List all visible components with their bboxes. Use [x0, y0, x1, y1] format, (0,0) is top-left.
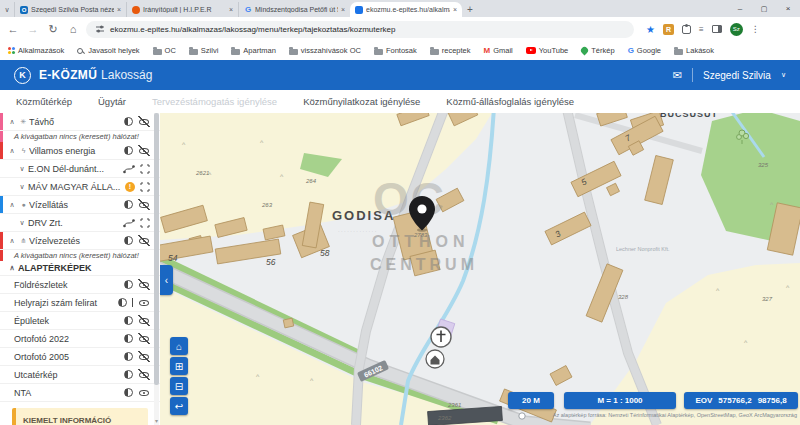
- messages-icon[interactable]: ✉: [673, 69, 682, 82]
- layer-group-tavho[interactable]: ∧ ✳ Távhő: [0, 113, 160, 131]
- bookmark-gmail[interactable]: MGmail: [484, 46, 513, 55]
- browser-tab-hiper[interactable]: Irányítópult | H.I.P.E.R ×: [126, 2, 238, 17]
- browser-tab-ekozmu-active[interactable]: ekozmu.e-epites.hu/alkalmaz... ×: [350, 2, 462, 17]
- bookmark-star-icon[interactable]: ★: [646, 24, 655, 35]
- opacity-icon[interactable]: [118, 298, 127, 307]
- warning-icon[interactable]: !: [125, 182, 135, 192]
- bookmark-folder-apartman[interactable]: Apartman: [231, 46, 276, 55]
- extension-r-icon[interactable]: R: [663, 24, 674, 35]
- opacity-icon[interactable]: [124, 236, 133, 245]
- layer-epuletek[interactable]: Épületek: [0, 312, 160, 330]
- visibility-off-icon[interactable]: [138, 315, 150, 326]
- map-canvas[interactable]: 66102 ^ ^ ^ ^ ^ ^ ^ ^ ^ ^ ^ 2621 264 263…: [160, 113, 800, 425]
- opacity-icon[interactable]: [124, 280, 133, 289]
- layer-foldreszletek[interactable]: Földrészletek: [0, 276, 160, 294]
- layer-helyrajzi[interactable]: Helyrajzi szám felirat: [0, 294, 160, 312]
- tab-allasfoglalas[interactable]: Közmű-állásfoglalás igénylése: [446, 96, 574, 107]
- visibility-off-icon[interactable]: [138, 369, 150, 380]
- chevron-up-icon[interactable]: ∧: [6, 237, 18, 245]
- opacity-icon[interactable]: [124, 334, 133, 343]
- user-menu[interactable]: Szegedi Szilvia: [703, 70, 771, 81]
- layer-ortofoto-2005[interactable]: Ortofotó 2005: [0, 348, 160, 366]
- visibility-off-icon[interactable]: [138, 145, 150, 156]
- chevron-up-icon[interactable]: ∧: [6, 118, 18, 126]
- layer-utcaterkep[interactable]: Utcatérkép: [0, 366, 160, 384]
- reload-button[interactable]: ↻: [46, 23, 60, 36]
- bookmark-folder-oc[interactable]: OC: [153, 46, 176, 55]
- scroll-down-icon[interactable]: ▾: [155, 417, 158, 424]
- visibility-off-icon[interactable]: [138, 279, 150, 290]
- bookmark-suggested[interactable]: Javasolt helyek: [77, 46, 139, 55]
- network-flow-icon[interactable]: [123, 164, 135, 174]
- tab-kozmunyilatkozat[interactable]: Közműnyilatkozat igénylése: [303, 96, 420, 107]
- close-tab-icon[interactable]: ×: [229, 6, 233, 13]
- browser-tab-outlook[interactable]: O Szegedi Szilvia Posta nézete - ×: [14, 2, 126, 17]
- opacity-icon[interactable]: [124, 200, 133, 209]
- forward-button[interactable]: →: [26, 23, 40, 35]
- tab-search-icon[interactable]: ∨: [0, 6, 14, 17]
- visibility-off-icon[interactable]: [138, 351, 150, 362]
- zoom-extent-icon[interactable]: [140, 182, 150, 192]
- chevron-up-icon[interactable]: ∧: [6, 201, 18, 209]
- chevron-down-icon[interactable]: ∨: [16, 165, 28, 173]
- visibility-off-icon[interactable]: [138, 116, 150, 127]
- network-flow-icon[interactable]: [123, 218, 135, 228]
- browser-menu-icon[interactable]: ⋮: [751, 24, 760, 34]
- site-info-icon[interactable]: [95, 24, 105, 34]
- bookmark-maps[interactable]: Térkép: [581, 46, 614, 55]
- visibility-on-icon[interactable]: [138, 387, 150, 398]
- sidebar-collapse-handle[interactable]: ‹: [160, 265, 173, 295]
- home-button[interactable]: ⌂: [66, 23, 80, 35]
- minimize-button[interactable]: –: [728, 4, 752, 13]
- layer-mav[interactable]: ∨ MÁV MAGYAR ÁLLA... !: [0, 178, 160, 196]
- bookmark-folder-lakasok[interactable]: Lakások: [674, 46, 714, 55]
- previous-view-button[interactable]: ↩: [170, 397, 188, 415]
- back-button[interactable]: ←: [6, 23, 20, 35]
- opacity-icon[interactable]: [124, 388, 133, 397]
- chevron-down-icon[interactable]: ∨: [16, 219, 28, 227]
- zoom-in-button[interactable]: ⊞: [170, 357, 188, 375]
- bookmark-google[interactable]: GGoogle: [628, 46, 661, 55]
- layer-group-villamos[interactable]: ∧ ϟ Villamos energia: [0, 142, 160, 160]
- extensions-puzzle-icon[interactable]: [682, 25, 691, 34]
- tab-kozmuterkep[interactable]: Közműtérkép: [16, 96, 72, 107]
- new-tab-button[interactable]: +: [462, 4, 478, 17]
- bookmark-youtube[interactable]: YouTube: [526, 46, 568, 55]
- close-tab-icon[interactable]: ×: [453, 6, 457, 13]
- reading-list-icon[interactable]: ≡: [699, 25, 704, 34]
- chevron-up-icon[interactable]: ∧: [6, 147, 18, 155]
- chevron-down-icon[interactable]: ∨: [16, 183, 28, 191]
- address-bar[interactable]: ekozmu.e-epites.hu/alkalmazas/lakossag/m…: [86, 21, 634, 38]
- bookmark-folder-receptek[interactable]: receptek: [430, 46, 471, 55]
- bookmark-folder-szilvi[interactable]: Szilvi: [189, 46, 219, 55]
- layer-nta[interactable]: NTA: [0, 384, 160, 402]
- opacity-icon[interactable]: [124, 352, 133, 361]
- section-alapterkepek[interactable]: ∧ ALAPTÉRKÉPEK: [0, 261, 160, 276]
- profile-avatar[interactable]: Sz: [730, 23, 743, 36]
- chevron-up-icon[interactable]: ∧: [6, 264, 18, 272]
- layer-group-vizelvezetes[interactable]: ∧ ⋔ Vízelvezetés: [0, 232, 160, 250]
- close-window-button[interactable]: ×: [776, 4, 800, 13]
- visibility-off-icon[interactable]: [138, 235, 150, 246]
- opacity-icon[interactable]: [124, 370, 133, 379]
- visibility-on-icon[interactable]: [138, 297, 150, 308]
- visibility-off-icon[interactable]: [138, 199, 150, 210]
- kiemelt-informacio-box[interactable]: KIEMELT INFORMÁCIÓ: [12, 408, 148, 425]
- bookmark-folder-visszahivasok[interactable]: visszahívások OC: [289, 46, 361, 55]
- layer-drv[interactable]: ∨ DRV Zrt.: [0, 214, 160, 232]
- bookmark-apps[interactable]: Alkalmazások: [8, 46, 64, 55]
- side-panel-icon[interactable]: [712, 25, 722, 33]
- layer-group-vizellatas[interactable]: ∧ ● Vízellátás: [0, 196, 160, 214]
- bookmark-folder-fontosak[interactable]: Fontosak: [374, 46, 417, 55]
- opacity-icon[interactable]: [124, 316, 133, 325]
- zoom-extent-icon[interactable]: [140, 164, 150, 174]
- zoom-out-button[interactable]: ⊟: [170, 377, 188, 395]
- maximize-button[interactable]: ▢: [752, 5, 776, 13]
- chevron-down-icon[interactable]: ∨: [781, 71, 786, 79]
- opacity-icon[interactable]: [124, 117, 133, 126]
- sidebar-scrollbar-thumb[interactable]: [154, 113, 159, 385]
- layer-eon[interactable]: ∨ E.ON Dél-dunánt...: [0, 160, 160, 178]
- home-extent-button[interactable]: ⌂: [170, 337, 188, 355]
- opacity-icon[interactable]: [124, 146, 133, 155]
- zoom-extent-icon[interactable]: [140, 218, 150, 228]
